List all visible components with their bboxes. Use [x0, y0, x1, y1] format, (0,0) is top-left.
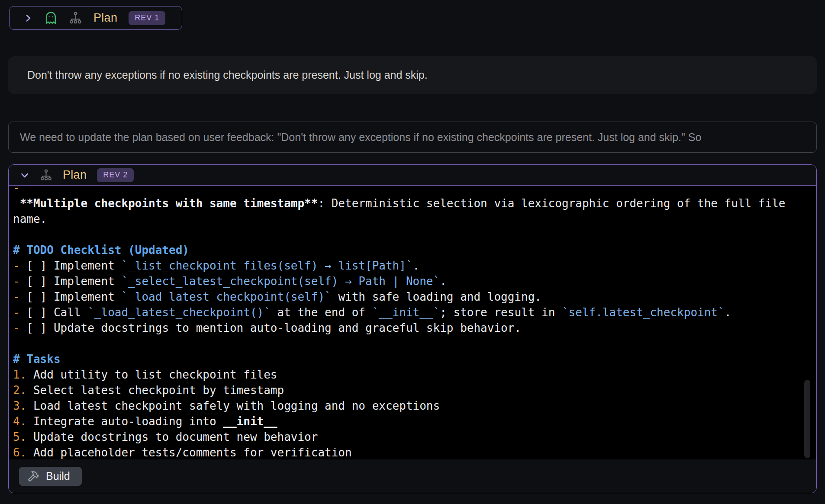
rev2-panel-footer: Build [9, 459, 816, 493]
plan-rev2-panel: Plan REV 2 - **Multiple checkpoints with… [8, 164, 817, 493]
rev2-panel-header[interactable]: Plan REV 2 [9, 165, 816, 185]
rev2-badge: REV 2 [97, 168, 134, 182]
rev2-panel-title: Plan [63, 168, 87, 182]
code-line: 3. Load latest checkpoint safely with lo… [13, 398, 797, 414]
code-line: - [ ] Call `_load_latest_checkpoint()` a… [13, 305, 797, 320]
assistant-feedback-text: We need to update the plan based on user… [20, 131, 701, 144]
code-line: - [ ] Update docstrings to mention auto-… [13, 320, 797, 336]
scrollbar-thumb[interactable] [804, 380, 810, 458]
code-line: 1. Add utility to list checkpoint files [13, 367, 797, 382]
plan-code-area[interactable]: - **Multiple checkpoints with same times… [9, 186, 816, 459]
build-button[interactable]: Build [19, 467, 82, 486]
user-message-text: Don't throw any exceptions if no existin… [27, 69, 428, 81]
ghost-icon [44, 11, 58, 25]
code-line: 5. Update docstrings to document new beh… [13, 429, 797, 445]
chevron-down-icon[interactable] [20, 170, 29, 180]
code-line: - [13, 186, 797, 196]
code-line: 4. Integrate auto-loading into __init__ [13, 414, 797, 429]
build-button-label: Build [46, 470, 70, 482]
hierarchy-icon [69, 11, 82, 25]
code-line [13, 336, 797, 351]
assistant-feedback-box[interactable]: We need to update the plan based on user… [8, 122, 817, 153]
code-line: 2. Select latest checkpoint by timestamp [13, 382, 797, 398]
rev1-badge: REV 1 [129, 11, 165, 25]
chevron-right-icon[interactable] [23, 13, 33, 23]
code-line: - [ ] Implement `_select_latest_checkpoi… [13, 273, 797, 289]
hierarchy-icon [40, 169, 52, 181]
code-line: **Multiple checkpoints with same timesta… [13, 196, 797, 211]
code-line: - [ ] Implement `_load_latest_checkpoint… [13, 289, 797, 305]
user-message-box: Don't throw any exceptions if no existin… [8, 56, 817, 94]
plan-review-page: Plan REV 1 Don't throw any exceptions if… [0, 0, 825, 504]
plan-code-content: - **Multiple checkpoints with same times… [13, 186, 797, 459]
code-line: - [ ] Implement `_list_checkpoint_files(… [13, 258, 797, 273]
code-line: # Tasks [13, 351, 797, 367]
code-line: 6. Add placeholder tests/comments for ve… [13, 445, 797, 459]
rev1-panel-title: Plan [93, 11, 117, 25]
plan-rev1-panel[interactable]: Plan REV 1 [9, 6, 182, 30]
hammer-icon [27, 470, 39, 482]
code-line: name. [13, 211, 797, 227]
code-line: # TODO Checklist (Updated) [13, 242, 797, 258]
code-line [13, 227, 797, 242]
